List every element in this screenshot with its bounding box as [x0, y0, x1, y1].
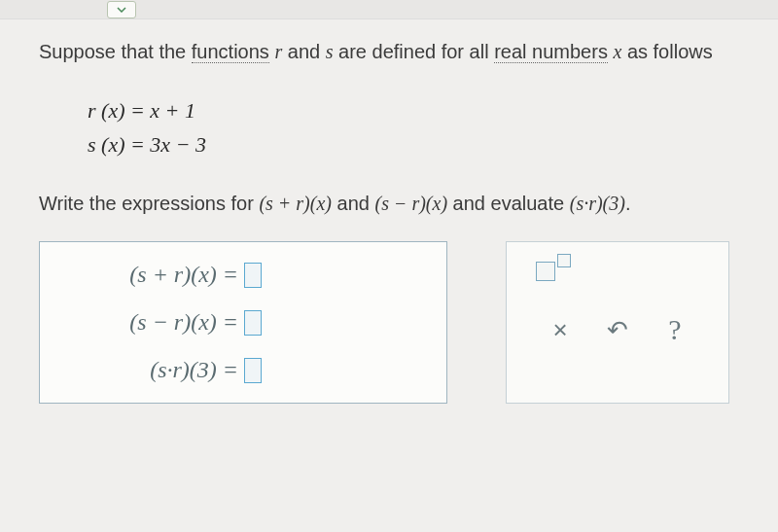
input-prod[interactable]	[244, 358, 262, 383]
reset-button[interactable]: ↶	[593, 310, 642, 349]
intro-text: Suppose that the functions r and s are d…	[39, 37, 739, 66]
real-numbers-link[interactable]: real numbers	[494, 41, 608, 63]
top-bar	[0, 0, 778, 19]
input-sum[interactable]	[244, 263, 262, 288]
instruction-text: Write the expressions for (s + r)(x) and…	[39, 189, 739, 218]
clear-button[interactable]: ×	[536, 310, 584, 349]
equation-r: r (x) = x + 1	[88, 93, 739, 127]
exponent-super-icon	[557, 254, 571, 267]
equation-s: s (x) = 3x − 3	[88, 127, 739, 161]
answer-label-prod: (s·r)(3) =	[150, 357, 238, 383]
answer-line-prod: (s·r)(3) =	[69, 357, 417, 383]
answer-box: (s + r)(x) = (s − r)(x) = (s·r)(3) =	[39, 241, 447, 404]
var-x: x	[613, 41, 621, 62]
expr-prod: (s·r)(3)	[570, 193, 625, 214]
exponent-base-icon	[536, 262, 555, 281]
expr-diff: (s − r)(x)	[374, 193, 447, 214]
answer-line-diff: (s − r)(x) =	[69, 309, 417, 336]
answer-label-diff: (s − r)(x) =	[129, 309, 238, 336]
help-button[interactable]: ?	[651, 310, 699, 349]
input-diff[interactable]	[244, 310, 262, 336]
tools-panel: × ↶ ?	[506, 241, 729, 404]
equation-block: r (x) = x + 1 s (x) = 3x − 3	[88, 93, 739, 161]
expr-sum: (s + r)(x)	[259, 193, 332, 214]
question-content: Suppose that the functions r and s are d…	[0, 19, 778, 421]
answer-line-sum: (s + r)(x) =	[69, 262, 417, 288]
tool-row: × ↶ ?	[526, 310, 709, 349]
chevron-down-icon	[117, 7, 126, 13]
var-s: s	[326, 41, 334, 62]
functions-link[interactable]: functions	[192, 41, 269, 63]
answer-row: (s + r)(x) = (s − r)(x) = (s·r)(3) = × ↶…	[39, 241, 739, 404]
intro-prefix: Suppose that the	[39, 41, 192, 62]
answer-label-sum: (s + r)(x) =	[129, 262, 238, 288]
exponent-tool[interactable]	[526, 262, 709, 281]
dropdown-button[interactable]	[107, 1, 136, 18]
